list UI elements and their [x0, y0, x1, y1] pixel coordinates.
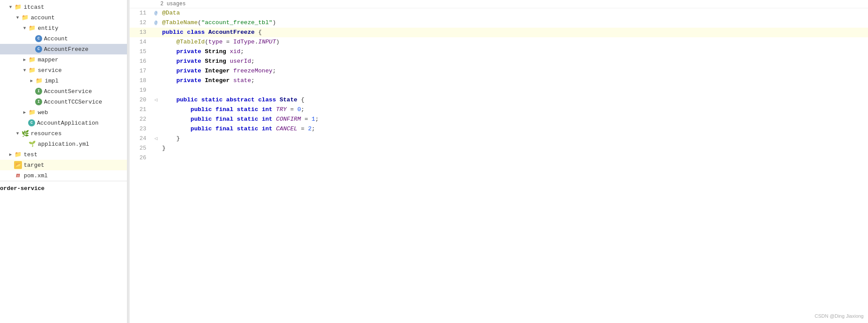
arrow-test: ▶: [7, 152, 14, 157]
code-line-17: 17 private Integer freezeMoney;: [130, 66, 868, 76]
line-content-16[interactable]: private String userId;: [160, 57, 868, 66]
tree-item-web[interactable]: ▶ 📁 web: [0, 107, 127, 118]
code-line-25: 25 }: [130, 144, 868, 153]
tree-item-AccountFreeze[interactable]: C AccountFreeze: [0, 44, 127, 54]
code-line-13: 13 public class AccountFreeze {: [130, 28, 868, 37]
arrow-entity: ▼: [21, 26, 28, 31]
usages-text: 2 usages: [160, 1, 186, 7]
line-num-19: 19: [130, 86, 152, 95]
line-content-12[interactable]: @TableName("account_freeze_tbl"): [160, 18, 868, 28]
code-line-21: 21 public final static int TRY = 0;: [130, 105, 868, 115]
line-num-20: 20: [130, 95, 152, 105]
arrow-impl: ▶: [28, 78, 35, 83]
code-line-14: 14 @TableId(type = IdType.INPUT): [130, 37, 868, 47]
line-num-17: 17: [130, 66, 152, 76]
label-account: account: [31, 14, 55, 21]
tree-item-target[interactable]: 📂 target: [0, 160, 127, 170]
tree-item-mapper[interactable]: ▶ 📁 mapper: [0, 54, 127, 65]
tree-item-pom-xml[interactable]: m pom.xml: [0, 170, 127, 181]
line-content-11[interactable]: @Data: [160, 8, 868, 18]
line-num-24: 24: [130, 134, 152, 144]
folder-icon-itcast: 📁: [14, 3, 22, 11]
code-line-26: 26: [130, 153, 868, 163]
code-line-20: 20 ◁ public static abstract class State …: [130, 95, 868, 105]
line-content-22[interactable]: public final static int CONFIRM = 1;: [160, 115, 868, 124]
file-tree[interactable]: ▼ 📁 itcast ▼ 📁 account ▼ 📁 entity: [0, 0, 127, 323]
tree-item-service[interactable]: ▼ 📁 service: [0, 65, 127, 75]
line-content-25[interactable]: }: [160, 144, 868, 153]
line-content-19: [160, 86, 868, 95]
tree-item-application-yml[interactable]: 🌱 application.yml: [0, 139, 127, 149]
line-content-20[interactable]: public static abstract class State {: [160, 95, 868, 105]
line-content-13[interactable]: public class AccountFreeze {: [160, 28, 868, 37]
yaml-icon: 🌱: [28, 140, 36, 148]
arrow-resources: ▼: [14, 131, 21, 136]
line-content-14[interactable]: @TableId(type = IdType.INPUT): [160, 37, 868, 47]
code-line-18: 18 private Integer state;: [130, 76, 868, 86]
label-target: target: [24, 162, 44, 169]
arrow-account: ▼: [14, 15, 21, 20]
code-line-19: 19: [130, 86, 868, 95]
tree-item-AccountService[interactable]: I AccountService: [0, 86, 127, 97]
label-AccountService: AccountService: [44, 88, 92, 95]
folder-icon-impl: 📁: [35, 77, 43, 85]
line-num-25: 25: [130, 144, 152, 153]
line-num-14: 14: [130, 37, 152, 47]
bottom-order-service[interactable]: order-service: [0, 183, 127, 194]
line-content-15[interactable]: private String xid;: [160, 47, 868, 57]
pom-icon: m: [14, 172, 22, 179]
label-itcast: itcast: [24, 4, 44, 11]
line-content-24[interactable]: }: [160, 134, 868, 144]
folder-icon-account: 📁: [21, 14, 29, 22]
code-line-11: 11 @ @Data: [130, 8, 868, 18]
arrow-mapper: ▶: [21, 57, 28, 62]
line-content-26: [160, 153, 868, 163]
tree-item-AccountTCCService[interactable]: I AccountTCCService: [0, 97, 127, 107]
tree-item-AccountApplication[interactable]: C AccountApplication: [0, 118, 127, 128]
line-content-21[interactable]: public final static int TRY = 0;: [160, 105, 868, 115]
tree-item-account[interactable]: ▼ 📁 account: [0, 12, 127, 23]
code-line-16: 16 private String userId;: [130, 57, 868, 66]
folder-icon-mapper: 📁: [28, 56, 36, 64]
label-AccountTCCService: AccountTCCService: [44, 99, 102, 105]
line-content-23[interactable]: public final static int CANCEL = 2;: [160, 124, 868, 134]
line-num-26: 26: [130, 153, 152, 163]
line-num-23: 23: [130, 124, 152, 134]
label-pom-xml: pom.xml: [24, 172, 48, 179]
gutter-24: ◁: [152, 134, 160, 144]
tree-item-Account[interactable]: C Account: [0, 33, 127, 44]
code-editor: 2 usages 11 @ @Data 12 @ @TableName("acc…: [130, 0, 868, 323]
interface-icon-AccountTCCService: I: [35, 98, 42, 105]
line-content-17[interactable]: private Integer freezeMoney;: [160, 66, 868, 76]
tree-item-impl[interactable]: ▶ 📁 impl: [0, 75, 127, 86]
label-mapper: mapper: [38, 57, 58, 63]
resources-icon: 🌿: [21, 129, 29, 137]
tree-item-resources[interactable]: ▼ 🌿 resources: [0, 128, 127, 139]
gutter-11: @: [152, 8, 160, 18]
folder-icon-web: 📁: [28, 108, 36, 116]
class-icon-AccountApplication: C: [28, 119, 35, 126]
folder-icon-entity: 📁: [28, 24, 36, 32]
folder-icon-service: 📁: [28, 66, 36, 74]
line-content-18[interactable]: private Integer state;: [160, 76, 868, 86]
label-resources: resources: [31, 130, 61, 137]
arrow-itcast: ▼: [7, 5, 14, 10]
code-line-23: 23 public final static int CANCEL = 2;: [130, 124, 868, 134]
label-service: service: [38, 67, 62, 74]
code-line-24: 24 ◁ }: [130, 134, 868, 144]
label-order-service: order-service: [0, 185, 44, 192]
code-line-22: 22 public final static int CONFIRM = 1;: [130, 115, 868, 124]
interface-icon-AccountService: I: [35, 88, 42, 95]
class-icon-AccountFreeze: C: [35, 46, 42, 53]
folder-icon-test: 📁: [14, 151, 22, 158]
line-num-13: 13: [130, 28, 152, 37]
tree-item-test[interactable]: ▶ 📁 test: [0, 149, 127, 160]
arrow-service: ▼: [21, 68, 28, 73]
line-num-16: 16: [130, 57, 152, 66]
label-entity: entity: [38, 25, 58, 32]
target-icon: 📂: [14, 161, 22, 169]
tree-item-itcast[interactable]: ▼ 📁 itcast: [0, 2, 127, 12]
tree-item-entity[interactable]: ▼ 📁 entity: [0, 23, 127, 33]
label-AccountFreeze: AccountFreeze: [44, 46, 88, 53]
class-icon-Account: C: [35, 35, 42, 42]
